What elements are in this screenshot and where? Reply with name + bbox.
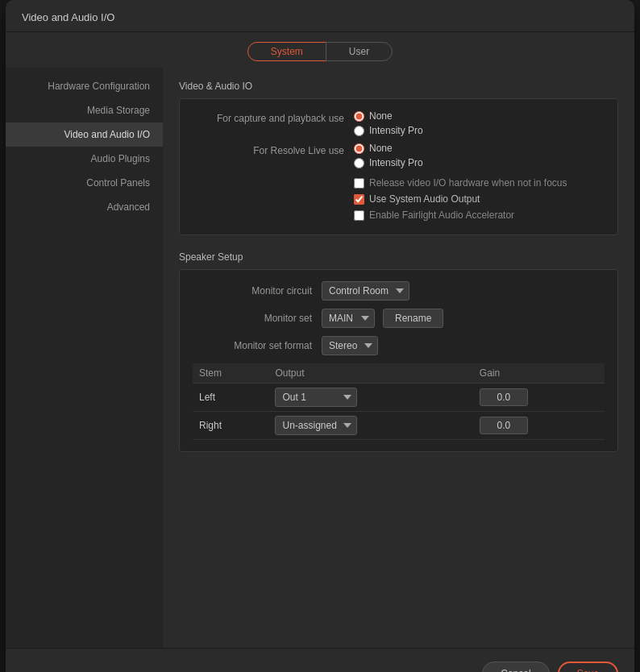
capture-none-option[interactable]: None [354,110,423,122]
content-area: Video & Audio IO For capture and playbac… [163,68,634,648]
output-right: Un-assigned Out 1 Out 2 [268,412,472,440]
capture-intensity-option[interactable]: Intensity Pro [354,125,423,136]
cancel-button[interactable]: Cancel [482,662,549,672]
video-audio-io-section-title: Video & Audio IO [179,81,618,92]
capture-radio-group: None Intensity Pro [354,110,423,136]
fairlight-checkbox[interactable] [354,210,364,221]
monitor-circuit-select[interactable]: Control Room Studio Alt [322,281,409,301]
fairlight-checkbox-label: Enable Fairlight Audio Accelerator [369,209,514,221]
col-stem: Stem [193,363,268,384]
output-left-select[interactable]: Out 1 Out 2 Un-assigned [275,388,357,407]
rename-button[interactable]: Rename [383,309,443,328]
resolve-none-radio[interactable] [354,143,364,154]
stem-left: Left [193,384,268,412]
system-audio-checkbox[interactable] [354,194,364,205]
monitor-set-row: Monitor set MAIN ALT 1 ALT 2 Rename [193,309,605,328]
title-bar: Video and Audio I/O [6,0,634,32]
table-row: Right Un-assigned Out 1 Out 2 [193,412,605,440]
gain-left-cell [473,384,605,412]
output-left: Out 1 Out 2 Un-assigned [268,384,472,412]
footer-buttons: Cancel Save [6,648,634,672]
monitor-circuit-row: Monitor circuit Control Room Studio Alt [193,281,605,301]
monitor-format-select[interactable]: Stereo 5.1 7.1 [322,336,378,355]
capture-intensity-radio[interactable] [354,126,364,136]
sidebar-item-video-audio-io[interactable]: Video and Audio I/O [6,122,163,147]
main-window: Video and Audio I/O System User Hardware… [6,0,634,672]
checkboxes-area: Release video I/O hardware when not in f… [354,175,605,223]
speaker-setup-section-title: Speaker Setup [179,251,618,263]
gain-right-input[interactable] [480,417,528,434]
sidebar-item-audio-plugins[interactable]: Audio Plugins [6,147,163,171]
resolve-label: For Resolve Live use [193,143,354,159]
resolve-intensity-label: Intensity Pro [369,157,423,168]
sidebar: Hardware Configuration Media Storage Vid… [6,68,163,648]
resolve-row: For Resolve Live use None Intensity Pro [193,143,605,168]
stem-right: Right [193,412,268,440]
sidebar-item-hardware-configuration[interactable]: Hardware Configuration [6,74,163,98]
tab-user[interactable]: User [326,42,393,61]
system-audio-checkbox-row: Use System Audio Output [354,191,605,207]
resolve-none-option[interactable]: None [354,143,423,154]
col-gain: Gain [473,363,605,384]
fairlight-checkbox-row: Enable Fairlight Audio Accelerator [354,207,605,223]
video-audio-io-panel: For capture and playback use None Intens… [179,98,618,235]
table-row: Left Out 1 Out 2 Un-assigned [193,384,605,412]
monitor-format-row: Monitor set format Stereo 5.1 7.1 [193,336,605,355]
resolve-intensity-option[interactable]: Intensity Pro [354,157,423,168]
tab-system[interactable]: System [247,42,326,61]
tabs-row: System User [6,32,634,68]
save-button[interactable]: Save [558,662,618,672]
capture-row: For capture and playback use None Intens… [193,110,605,136]
output-right-select[interactable]: Un-assigned Out 1 Out 2 [275,416,357,435]
capture-none-radio[interactable] [354,111,364,122]
release-checkbox-row: Release video I/O hardware when not in f… [354,175,605,191]
capture-intensity-label: Intensity Pro [369,125,423,136]
speaker-setup-panel: Monitor circuit Control Room Studio Alt … [179,269,618,452]
monitor-circuit-label: Monitor circuit [193,285,322,297]
resolve-radio-group: None Intensity Pro [354,143,423,168]
gain-right-cell [473,412,605,440]
system-audio-checkbox-label: Use System Audio Output [369,193,480,205]
sidebar-item-control-panels[interactable]: Control Panels [6,171,163,195]
resolve-none-label: None [369,143,393,154]
resolve-intensity-radio[interactable] [354,158,364,168]
sidebar-item-advanced[interactable]: Advanced [6,195,163,219]
col-output: Output [268,363,472,384]
sidebar-item-media-storage[interactable]: Media Storage [6,98,163,122]
monitor-set-label: Monitor set [193,313,322,324]
gain-left-input[interactable] [480,388,528,406]
monitor-format-label: Monitor set format [193,340,322,351]
release-checkbox-label: Release video I/O hardware when not in f… [369,177,567,189]
monitor-set-select[interactable]: MAIN ALT 1 ALT 2 [322,309,375,328]
stem-table: Stem Output Gain Left Out 1 Out 2 [193,363,605,440]
window-title: Video and Audio I/O [22,11,618,23]
capture-label: For capture and playback use [193,110,354,127]
capture-none-label: None [369,110,393,122]
release-checkbox[interactable] [354,178,364,189]
main-layout: Hardware Configuration Media Storage Vid… [6,68,634,648]
